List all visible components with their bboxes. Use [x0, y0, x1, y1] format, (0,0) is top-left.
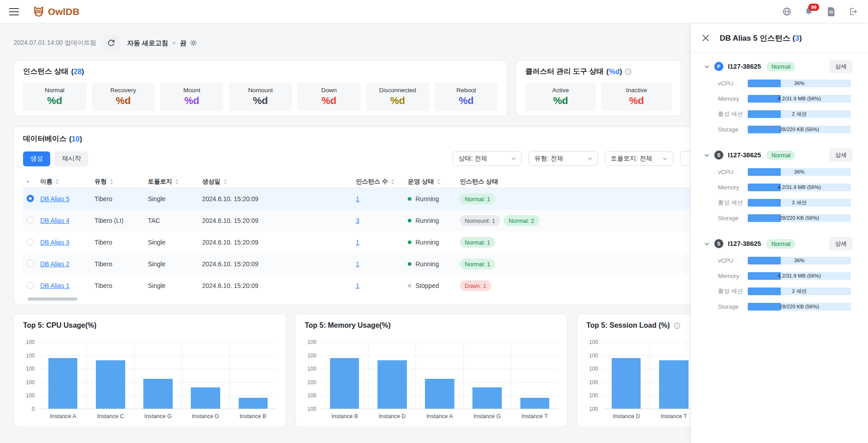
detail-button[interactable]: 상세 — [829, 60, 853, 73]
notifications-icon[interactable]: 99 — [804, 7, 814, 17]
column-header-운영 상태[interactable]: 운영 상태 — [408, 178, 460, 186]
filter-dropdown-3[interactable]: 토폴로지: 전체 — [605, 151, 673, 166]
op-status-dot — [408, 262, 411, 266]
db-name-link[interactable]: DB Alias 1 — [40, 282, 70, 289]
detail-button[interactable]: 상세 — [829, 237, 853, 250]
last-updated-text: 2024.07.01 14:00 업데이트됨 — [14, 39, 96, 47]
status-tile-down: Down%d — [297, 82, 361, 111]
gear-icon[interactable] — [190, 39, 197, 47]
metric-row: Memory4.2/31.9 MB (56%) — [704, 179, 853, 195]
restart-button[interactable]: 재시작 — [55, 151, 88, 166]
metric-value: 4.2/31.9 MB (56%) — [748, 272, 851, 280]
logout-icon[interactable] — [848, 7, 858, 17]
filter-dropdown-1[interactable]: 상태: 전체 — [453, 151, 522, 166]
sort-icon[interactable] — [391, 179, 395, 185]
column-header-label: 운영 상태 — [408, 178, 434, 186]
refresh-icon — [107, 39, 115, 47]
bar-slot — [39, 342, 86, 409]
metric-bar: 4.2/31.9 MB (56%) — [748, 95, 851, 103]
chevron-down-icon — [704, 65, 709, 68]
instance-name: I127-38625 — [728, 63, 761, 70]
close-icon[interactable] — [702, 34, 710, 42]
sort-icon[interactable] — [175, 179, 179, 185]
metric-bar: 36% — [748, 168, 851, 176]
detail-button[interactable]: 상세 — [829, 148, 853, 162]
document-icon[interactable] — [826, 7, 836, 17]
x-tick-label: Instance T — [511, 413, 558, 419]
metric-bar: 4.2/31.9 MB (56%) — [748, 184, 851, 191]
db-name-cell: DB Alias 3 — [40, 239, 94, 246]
bar-Instance B — [330, 358, 359, 409]
row-radio[interactable] — [27, 217, 34, 224]
status-tile-disconnected: Disconnected%d — [366, 82, 429, 111]
metric-value: 28/220 KB (56%) — [748, 126, 851, 133]
chart-title: Top 5: Session Load (%) — [586, 321, 670, 330]
row-radio[interactable] — [27, 260, 34, 267]
filter-dropdown-2[interactable]: 유형: 전체 — [528, 151, 598, 166]
instance-count-link[interactable]: 1 — [356, 260, 359, 268]
row-radio[interactable] — [27, 238, 34, 245]
instance-status-cell: Down: 1 — [460, 280, 694, 291]
db-name-cell: DB Alias 2 — [40, 260, 94, 268]
db-name-link[interactable]: DB Alias 2 — [40, 260, 70, 268]
x-tick-label: Instance A — [39, 413, 87, 419]
column-header-유형[interactable]: 유형 — [94, 178, 148, 186]
x-tick-label: Instance A — [416, 413, 463, 419]
horizontal-scrollbar[interactable] — [28, 297, 77, 301]
status-tile-mount: Mount%d — [160, 82, 223, 111]
y-axis-labels: 100100100100100100 — [305, 342, 321, 409]
metric-value: 36% — [748, 257, 851, 264]
op-status-text: Running — [415, 217, 439, 224]
column-header-인스턴스 수[interactable]: 인스턴스 수 — [356, 178, 408, 186]
chart-plot: 1001001001001000 — [23, 342, 277, 409]
bar-slot — [368, 342, 415, 409]
collapse-chevron[interactable] — [704, 154, 711, 157]
info-icon[interactable] — [625, 68, 632, 75]
sort-icon[interactable] — [223, 179, 227, 185]
sort-icon[interactable] — [437, 179, 441, 185]
info-icon[interactable] — [674, 322, 680, 329]
instance-count-link[interactable]: 1 — [356, 239, 359, 246]
column-header-토폴로지[interactable]: 토폴로지 — [148, 178, 202, 186]
metric-value: 2 세션 — [748, 287, 851, 295]
db-name-link[interactable]: DB Alias 5 — [40, 195, 70, 203]
instance-status-badge: Normal — [766, 239, 795, 249]
row-radio[interactable] — [27, 195, 34, 202]
metric-label: 활성 세션 — [704, 287, 748, 295]
column-header-label: 유형 — [94, 178, 107, 186]
status-tile-label: Nomount — [248, 87, 273, 94]
collapse-chevron[interactable] — [704, 65, 711, 68]
instance-count-link[interactable]: 3 — [356, 217, 359, 224]
bar-slots — [321, 342, 558, 409]
y-tick-label: 100 — [589, 366, 598, 372]
column-header-생성일[interactable]: 생성일 — [202, 178, 356, 186]
y-tick-label: 100 — [307, 366, 316, 372]
sort-icon[interactable] — [109, 179, 113, 185]
status-badge: Normal: 2 — [504, 215, 539, 226]
db-name-link[interactable]: DB Alias 3 — [40, 239, 70, 246]
op-status-dot — [408, 197, 411, 201]
instance-count-link[interactable]: 1 — [356, 195, 359, 203]
bar-slot — [229, 342, 277, 409]
op-status-text: Stopped — [415, 282, 439, 289]
row-radio[interactable] — [27, 282, 34, 289]
metric-label: Storage — [704, 303, 748, 310]
column-header-이름[interactable]: 이름 — [40, 178, 94, 186]
y-tick-label: 100 — [26, 366, 35, 372]
db-name-link[interactable]: DB Alias 4 — [40, 217, 70, 224]
metric-value: 2 세션 — [748, 199, 851, 207]
x-axis-labels: Instance BInstance DInstance AInstance G… — [321, 413, 558, 419]
op-status-text: Running — [415, 260, 439, 268]
globe-icon[interactable] — [782, 7, 792, 17]
menu-icon[interactable] — [9, 8, 19, 15]
create-button[interactable]: 생성 — [23, 151, 50, 166]
instance-count-cell: 1 — [356, 282, 408, 289]
op-status-cell: Running — [408, 260, 460, 268]
panel-instance-3: SI127-38625Normal상세vCPU36%Memory4.2/31.9… — [691, 230, 868, 319]
sort-icon[interactable] — [55, 179, 59, 185]
instance-count-link[interactable]: 1 — [356, 282, 359, 289]
status-tile-label: Reboot — [456, 87, 476, 94]
collapse-chevron[interactable] — [704, 242, 711, 245]
instance-status-count: (28) — [71, 68, 84, 76]
refresh-button[interactable] — [103, 34, 120, 52]
